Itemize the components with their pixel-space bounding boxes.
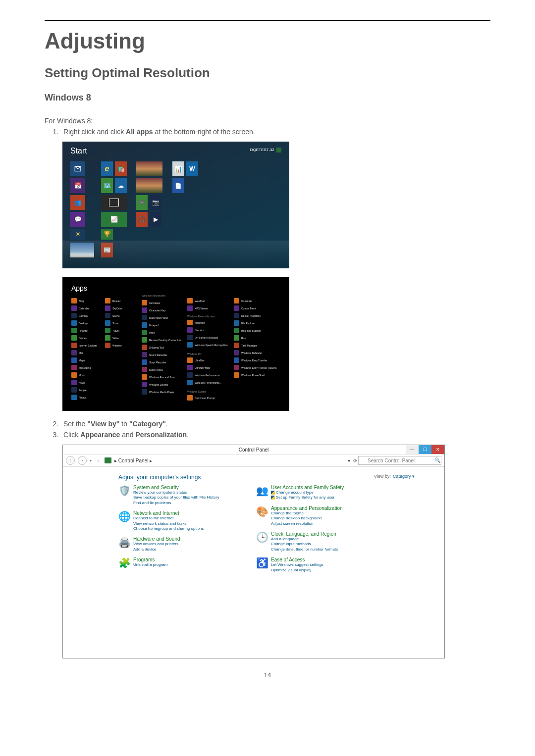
- app-item[interactable]: SkyDrive: [105, 305, 122, 311]
- app-item[interactable]: Windows Fax and Scan: [142, 374, 175, 380]
- app-item[interactable]: Desktop: [71, 320, 88, 326]
- app-item[interactable]: Reader: [105, 298, 120, 303]
- cp-category-title[interactable]: Programs: [133, 557, 167, 562]
- app-item[interactable]: Messaging: [71, 365, 91, 370]
- app-item[interactable]: XPS Viewer: [187, 305, 208, 311]
- tile-people[interactable]: 👥: [70, 195, 85, 210]
- tile-maps[interactable]: 🗺️: [101, 178, 113, 193]
- nav-up-button[interactable]: ↑: [95, 457, 102, 464]
- app-item[interactable]: Narrator: [187, 327, 204, 333]
- app-item[interactable]: UltraNav: [187, 357, 204, 363]
- cp-category-link[interactable]: Find and fix problems: [133, 501, 219, 505]
- chevron-down-icon[interactable]: ▾: [90, 458, 92, 463]
- app-item[interactable]: Windows Defender: [234, 350, 262, 355]
- tile-word[interactable]: W: [186, 161, 198, 176]
- app-item[interactable]: Windows Journal: [142, 382, 168, 387]
- app-item[interactable]: Internet Explorer: [71, 343, 97, 348]
- window-minimize-button[interactable]: —: [406, 445, 419, 454]
- breadcrumb[interactable]: ▸ Control Panel ▸: [114, 458, 152, 463]
- tile-store[interactable]: 🛍️: [115, 161, 127, 176]
- cp-category-link[interactable]: Change desktop background: [271, 516, 343, 521]
- tile-weather[interactable]: ☀: [70, 229, 85, 240]
- tile-music[interactable]: 🎧: [136, 212, 148, 227]
- cp-category-link[interactable]: View network status and tasks: [133, 521, 204, 526]
- window-maximize-button[interactable]: ☐: [419, 445, 431, 454]
- app-item[interactable]: Windows Performance...: [187, 380, 221, 385]
- cp-category-link[interactable]: View devices and printers: [133, 542, 180, 547]
- cp-category-link[interactable]: Adjust screen resolution: [271, 521, 343, 526]
- cp-category-title[interactable]: Clock, Language, and Region: [271, 531, 338, 537]
- cp-category-title[interactable]: Hardware and Sound: [133, 536, 180, 542]
- app-item[interactable]: Command Prompt: [187, 395, 215, 401]
- tile-skydrive[interactable]: ☁: [115, 178, 127, 193]
- app-item[interactable]: Store: [105, 320, 118, 326]
- app-item[interactable]: File Explorer: [234, 320, 255, 326]
- tile-desktop[interactable]: [101, 195, 127, 210]
- tile-mail[interactable]: [70, 161, 85, 176]
- search-input[interactable]: Search Control Panel: [358, 456, 441, 465]
- app-item[interactable]: Default Programs: [234, 313, 261, 318]
- cp-category-title[interactable]: Appearance and Personalization: [271, 505, 343, 511]
- cp-category-link[interactable]: Change input methods: [271, 542, 338, 547]
- app-item[interactable]: Windows Performance...: [187, 372, 221, 378]
- app-item[interactable]: Weather: [105, 343, 122, 348]
- app-item[interactable]: Sticky Notes: [142, 367, 163, 372]
- app-item[interactable]: Windows Speech Recognition: [187, 342, 227, 348]
- app-item[interactable]: Magnifier: [187, 320, 205, 325]
- app-item[interactable]: Steps Recorder: [142, 359, 166, 365]
- tile-photos[interactable]: [136, 161, 162, 176]
- app-item[interactable]: Windows PowerShell: [234, 372, 265, 378]
- nav-back-button[interactable]: ‹: [66, 456, 75, 465]
- app-item[interactable]: WordPad: [187, 298, 205, 303]
- tile-games[interactable]: 🎮: [136, 195, 148, 210]
- tile-trophy[interactable]: 🏆: [101, 229, 113, 240]
- cp-category-link[interactable]: Change the theme: [271, 511, 343, 516]
- search-icon[interactable]: 🔍: [434, 457, 439, 462]
- cp-category-link[interactable]: Connect to the Internet: [133, 516, 204, 521]
- cp-category-link[interactable]: Optimize visual display: [271, 568, 323, 573]
- cp-category-link[interactable]: Add a device: [133, 547, 180, 552]
- app-item[interactable]: Maps: [71, 357, 85, 363]
- cp-category-link[interactable]: Change date, time, or number formats: [271, 547, 338, 552]
- cp-category-title[interactable]: User Accounts and Family Safety: [271, 485, 344, 490]
- app-item[interactable]: Windows Easy Transfer Reports: [234, 365, 276, 370]
- cp-category-link[interactable]: Save backup copies of your files with Fi…: [133, 495, 219, 500]
- app-item[interactable]: Photos: [71, 395, 87, 400]
- tile-camera[interactable]: 📷: [150, 195, 161, 210]
- app-item[interactable]: Control Panel: [234, 305, 256, 311]
- app-item[interactable]: People: [71, 387, 87, 393]
- cp-category-link[interactable]: Add a language: [271, 537, 338, 542]
- app-item[interactable]: Paint: [142, 330, 155, 335]
- app-item[interactable]: Remote Desktop Connection: [142, 337, 181, 343]
- cp-category-link[interactable]: Review your computer's status: [133, 490, 219, 495]
- tile-finance[interactable]: 📈: [101, 212, 127, 227]
- tile-generic-blue[interactable]: 📄: [172, 178, 184, 193]
- cp-category-title[interactable]: Network and Internet: [133, 510, 204, 516]
- cp-category-link[interactable]: Change account type: [271, 490, 344, 495]
- tile-internet-explorer[interactable]: e: [101, 161, 113, 176]
- tile-excel[interactable]: 📊: [172, 161, 184, 176]
- app-item[interactable]: Music: [71, 372, 85, 378]
- app-item[interactable]: Run: [234, 335, 246, 341]
- app-item[interactable]: Camera: [71, 313, 88, 318]
- app-item[interactable]: Character Map: [142, 307, 165, 313]
- app-item[interactable]: Math Input Panel: [142, 315, 168, 320]
- tile-messaging[interactable]: 💬: [70, 212, 85, 227]
- window-close-button[interactable]: ✕: [431, 445, 444, 454]
- app-item[interactable]: Bing: [71, 298, 84, 303]
- app-item[interactable]: Windows Easy Transfer: [234, 357, 268, 363]
- app-item[interactable]: Computer: [234, 298, 252, 303]
- cp-category-link[interactable]: Uninstall a program: [133, 562, 167, 567]
- app-item[interactable]: Windows Media Player: [142, 389, 174, 395]
- app-item[interactable]: Calendar: [71, 305, 89, 311]
- app-item[interactable]: Notepad: [142, 322, 159, 328]
- tile-video[interactable]: ▶: [150, 212, 161, 227]
- tile-photos-2[interactable]: [136, 178, 162, 193]
- app-item[interactable]: UltraNav Help: [187, 365, 210, 370]
- app-item[interactable]: Mail: [71, 350, 83, 355]
- cp-category-title[interactable]: Ease of Access: [271, 557, 323, 562]
- nav-forward-button[interactable]: ›: [78, 456, 87, 465]
- app-item[interactable]: On-Screen Keyboard: [187, 335, 218, 340]
- cp-category-title[interactable]: System and Security: [133, 485, 219, 490]
- cp-category-link[interactable]: Choose homegroup and sharing options: [133, 526, 204, 531]
